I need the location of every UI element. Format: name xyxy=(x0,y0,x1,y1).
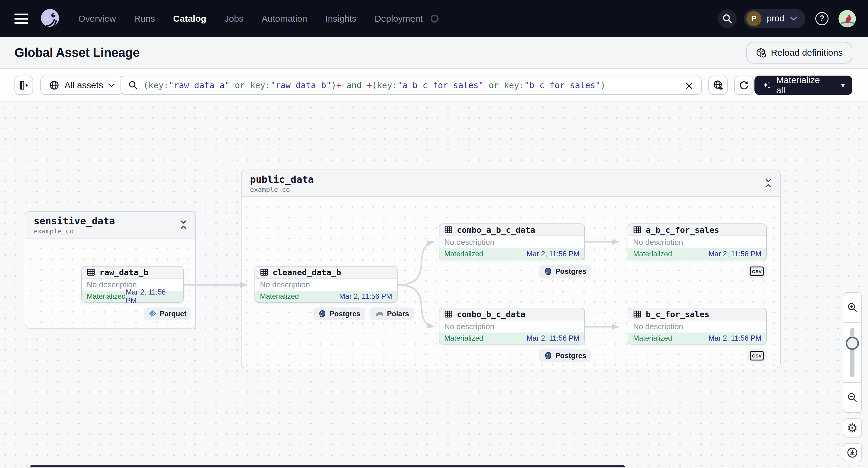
globe-icon xyxy=(49,80,60,91)
parquet-icon xyxy=(149,310,157,318)
chevron-down-icon xyxy=(108,83,115,88)
environment-switcher[interactable]: P prod xyxy=(744,9,805,28)
clear-query-icon[interactable] xyxy=(684,81,694,91)
kind-badge-label: Postgres xyxy=(555,351,586,360)
nav-right: P prod ? xyxy=(718,0,856,37)
deployment-status-spinner-icon xyxy=(431,15,438,23)
search-icon xyxy=(128,81,138,90)
download-graph-button[interactable] xyxy=(843,443,862,462)
group-title: public_data xyxy=(250,174,772,185)
materialization-timestamp[interactable]: Mar 2, 11:56 PM xyxy=(339,292,392,301)
zoom-slider-track[interactable] xyxy=(850,327,855,377)
materialize-all-label: Materialize all xyxy=(776,75,825,95)
asset-scope-dropdown[interactable]: All assets xyxy=(40,75,123,95)
view-scope-button[interactable] xyxy=(708,75,727,95)
csv-icon: CSV xyxy=(750,351,764,361)
nav-item-insights[interactable]: Insights xyxy=(325,13,356,24)
asset-node-cleaned-data-b[interactable]: cleaned_data_b No description Materializ… xyxy=(254,266,398,303)
asset-kind-badges: Postgres Polars xyxy=(313,308,414,320)
asset-selection-input[interactable]: (key:"raw_data_a" or key:"raw_data_b")+ … xyxy=(121,75,702,95)
materialization-timestamp[interactable]: Mar 2, 11:56 PM xyxy=(526,250,580,258)
materialization-timestamp[interactable]: Mar 2, 11:56 PM xyxy=(126,288,178,305)
zoom-out-button[interactable] xyxy=(843,383,861,412)
asset-node-b-c-for-sales[interactable]: b_c_for_sales No description Materialize… xyxy=(628,308,767,345)
nav-item-automation[interactable]: Automation xyxy=(261,13,307,24)
group-header-sensitive-data[interactable]: sensitive_data example_co xyxy=(25,212,195,239)
kind-badge-csv[interactable]: CSV xyxy=(747,265,767,278)
zoom-out-icon xyxy=(847,392,858,403)
gear-icon: ⚙ xyxy=(847,422,858,434)
kind-badge-label: Postgres xyxy=(330,310,361,318)
asset-name: combo_a_b_c_data xyxy=(457,225,535,235)
postgres-icon xyxy=(544,351,552,360)
kind-badge-postgres[interactable]: Postgres xyxy=(539,265,591,278)
table-icon xyxy=(633,310,642,318)
chevron-down-icon xyxy=(790,16,798,21)
asset-name: b_c_for_sales xyxy=(646,310,709,319)
download-icon xyxy=(846,447,858,459)
refresh-button[interactable] xyxy=(734,75,753,95)
hamburger-menu-icon[interactable] xyxy=(14,13,28,24)
nav-item-deployment[interactable]: Deployment xyxy=(375,13,423,24)
kind-badge-csv[interactable]: CSV xyxy=(747,349,767,362)
reload-definitions-button[interactable]: Reload definitions xyxy=(746,42,852,64)
kind-badge-polars[interactable]: Polars xyxy=(370,308,414,320)
nav-item-catalog[interactable]: Catalog xyxy=(173,13,206,24)
dagster-logo-icon[interactable] xyxy=(38,7,61,30)
asset-node-combo-a-b-c-data[interactable]: combo_a_b_c_data No description Material… xyxy=(439,223,585,260)
collapse-group-icon[interactable] xyxy=(180,220,187,230)
status-badge: Materialized xyxy=(444,334,483,342)
kind-badge-parquet[interactable]: Parquet xyxy=(144,308,191,320)
zoom-slider-knob[interactable] xyxy=(846,337,859,350)
zoom-slider[interactable] xyxy=(843,322,861,383)
materialization-timestamp[interactable]: Mar 2, 11:56 PM xyxy=(708,250,762,258)
materialization-timestamp[interactable]: Mar 2, 11:56 PM xyxy=(708,334,762,342)
collapse-group-icon[interactable] xyxy=(765,178,772,188)
materialize-options-caret[interactable]: ▾ xyxy=(833,75,852,95)
kind-badge-label: Postgres xyxy=(555,267,586,276)
reload-definitions-icon xyxy=(756,48,766,58)
asset-description: No description xyxy=(628,236,766,248)
asset-name: raw_data_b xyxy=(99,268,149,277)
help-button[interactable]: ? xyxy=(813,9,831,28)
materialization-timestamp[interactable]: Mar 2, 11:56 PM xyxy=(526,334,580,342)
kind-badge-label: Parquet xyxy=(160,310,186,318)
search-button[interactable] xyxy=(718,9,737,28)
reload-definitions-label: Reload definitions xyxy=(771,48,843,58)
asset-node-combo-b-c-data[interactable]: combo_b_c_data No description Materializ… xyxy=(439,308,585,345)
nav-item-overview[interactable]: Overview xyxy=(78,13,116,24)
asset-name: combo_b_c_data xyxy=(457,310,526,319)
kind-badge-postgres[interactable]: Postgres xyxy=(539,349,591,362)
kind-badge-postgres[interactable]: Postgres xyxy=(313,308,365,320)
asset-description: No description xyxy=(439,236,584,248)
table-icon xyxy=(633,225,642,234)
asset-name: a_b_c_for_sales xyxy=(646,225,719,235)
status-badge: Materialized xyxy=(444,250,483,258)
zoom-controls xyxy=(843,292,862,413)
user-avatar[interactable] xyxy=(838,10,856,27)
status-badge: Materialized xyxy=(87,292,126,301)
top-nav: Overview Runs Catalog Jobs Automation In… xyxy=(0,0,868,37)
zoom-in-icon xyxy=(847,302,858,313)
group-subtitle: example_co xyxy=(250,186,772,193)
nav-item-runs[interactable]: Runs xyxy=(134,13,155,24)
refresh-icon xyxy=(738,80,750,91)
zoom-in-button[interactable] xyxy=(843,293,861,322)
page-title: Global Asset Lineage xyxy=(14,45,140,60)
asset-name: cleaned_data_b xyxy=(273,268,341,277)
asset-node-raw-data-b[interactable]: raw_data_b No description Materialized M… xyxy=(81,266,184,303)
panel-expand-icon xyxy=(19,80,29,91)
group-header-public-data[interactable]: public_data example_co xyxy=(242,170,780,197)
status-badge: Materialized xyxy=(260,292,299,301)
asset-lineage-graph[interactable]: sensitive_data example_co public_data ex… xyxy=(0,102,868,467)
open-sidebar-button[interactable] xyxy=(14,75,33,95)
filter-bar: All assets (key:"raw_data_a" or key:"raw… xyxy=(0,69,868,102)
asset-node-a-b-c-for-sales[interactable]: a_b_c_for_sales No description Materiali… xyxy=(628,223,767,260)
table-icon xyxy=(444,225,453,234)
nav-item-jobs[interactable]: Jobs xyxy=(224,13,243,24)
asset-kind-badges: Postgres xyxy=(539,349,591,362)
asset-status-row: Materialized Mar 2, 11:56 PM xyxy=(628,333,766,344)
graph-settings-button[interactable]: ⚙ xyxy=(843,418,862,438)
group-title: sensitive_data xyxy=(34,215,187,227)
materialize-all-button[interactable]: Materialize all ▾ xyxy=(754,75,852,95)
